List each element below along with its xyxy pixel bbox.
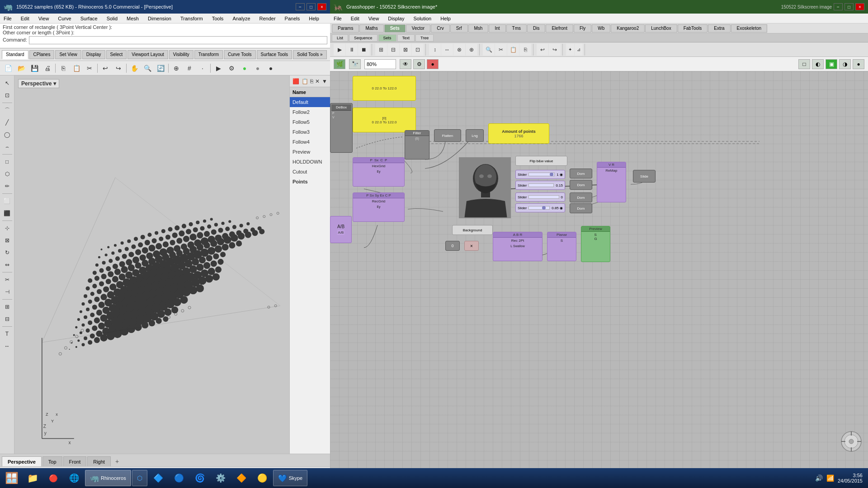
menu-dimension[interactable]: Dimension [146,14,173,23]
gh-node-rec2pt[interactable]: A B R Rec 2Pt L Swallow [493,232,542,261]
gh-icon-13[interactable]: ✂ [495,44,507,56]
color-icon[interactable]: 🟥 [292,78,299,84]
gh-slider3-track[interactable] [528,195,559,199]
gh-icon-5[interactable]: ⊟ [387,44,399,56]
gh-icon-filter[interactable]: ⊿ [575,44,583,56]
rhino-viewport[interactable]: Perspective ▾ Z Y x [14,75,289,454]
gh-minimize-button[interactable]: − [834,3,843,10]
panel-menu-icon[interactable]: ▼ [322,78,327,84]
taskbar-icon-blue[interactable]: 🔷 [148,469,168,487]
menu-surface[interactable]: Surface [79,14,99,23]
gh-red-button[interactable]: ● [427,59,439,69]
menu-analyze[interactable]: Analyze [231,14,252,23]
gh-tab-params[interactable]: Params [332,24,359,33]
gh-tab-tms[interactable]: Tms [506,24,527,33]
gh-zoom-out-button[interactable]: 🌿 [334,59,345,69]
viewport-tab-front[interactable]: Front [63,456,87,466]
gh-tab-maths[interactable]: Maths [359,24,383,33]
gh-node-hexgrid[interactable]: P Sx C P HexGrid Ey [353,157,405,187]
gh-slider-1[interactable]: Slider 1 ◉ [515,170,565,179]
taskbar-icon-network[interactable]: 🌐 [64,469,84,487]
gh-tab-int[interactable]: Int [489,24,505,33]
freeform-icon[interactable]: ✏ [1,180,13,192]
gh-icon-7[interactable]: ⊡ [412,44,424,56]
line-tool-icon[interactable]: ╱ [1,117,13,128]
gh-slider4-handle[interactable] [542,206,546,210]
rect-tool-icon[interactable]: □ [1,156,13,168]
gh-menu-view[interactable]: View [367,14,381,23]
gh-menu-edit[interactable]: Edit [349,14,361,23]
toolbar-tab-transform[interactable]: Transform [194,50,223,59]
gh-node-planar[interactable]: Planar S [547,232,576,261]
gh-icon-8[interactable]: ↕ [429,44,441,56]
gh-node-amount-points[interactable]: Amount of points 1766 [488,123,549,144]
rotate-tool-icon[interactable]: ↻ [1,247,13,258]
layer-item-holddown[interactable]: HOLDDOWN [290,157,330,167]
gh-node-yellow2[interactable]: [0] 0 22.0 To 122.0 [353,108,416,132]
trim-icon[interactable]: ✂ [1,274,13,286]
gh-slider2-track[interactable] [528,183,554,187]
gh-slider1-handle[interactable] [550,173,553,176]
gh-node-debox[interactable]: DeBox P V [330,103,353,153]
gh-icon-11[interactable]: ⊕ [466,44,477,56]
taskbar-icon-orange[interactable]: 🔶 [231,469,251,487]
toolbar-tab-display[interactable]: Display [82,50,105,59]
gh-sub-tab-list[interactable]: List [332,34,348,42]
light-gray-icon[interactable]: ● [251,62,264,74]
light-dark-icon[interactable]: ● [264,62,277,74]
gh-icon-16[interactable]: ↩ [537,44,548,56]
gh-node-preview[interactable]: Preview S G [581,226,610,262]
gh-tab-dis[interactable]: Dis [527,24,545,33]
gh-menu-solution[interactable]: Solution [411,14,433,23]
gh-node-dom1[interactable]: Dom [570,169,592,178]
menu-edit[interactable]: Edit [19,14,31,23]
toolbar-tab-visibility[interactable]: Visibility [169,50,193,59]
toolbar-tab-surface-tools[interactable]: Surface Tools [257,50,292,59]
gh-icon-15[interactable]: ⎘ [519,44,531,56]
snap-icon[interactable]: ⊕ [170,62,183,74]
gh-portrait-node[interactable] [459,157,511,218]
viewport-tab-right[interactable]: Right [87,456,111,466]
menu-file[interactable]: File [2,14,14,23]
gh-tab-sets[interactable]: Sets [384,24,406,33]
gh-tab-fabtools[interactable]: FabTools [678,24,708,33]
gh-menu-file[interactable]: File [332,14,344,23]
scale-icon[interactable]: ⊠ [1,235,13,246]
gh-icon-14[interactable]: 📋 [507,44,519,56]
gh-view-button-3[interactable]: ▣ [826,59,837,69]
gh-sub-tab-sequence[interactable]: Sequence [349,34,377,42]
layer-item-follow2[interactable]: Follow2 [290,107,330,117]
gh-view-button-2[interactable]: ◐ [812,59,824,69]
mirror-icon[interactable]: ⇔ [1,259,13,271]
layer-item-follow5[interactable]: Follow5 [290,117,330,127]
gh-icon-3[interactable]: ⏹ [358,44,370,56]
taskbar-icon-browser2[interactable]: 🌀 [190,469,210,487]
gh-tab-fly[interactable]: Fly [574,24,591,33]
menu-solid[interactable]: Solid [105,14,119,23]
gh-tab-elefront[interactable]: Elefront [546,24,573,33]
named-views-icon[interactable]: ⊟ [1,313,13,325]
menu-transform[interactable]: Transform [179,14,205,23]
menu-tools[interactable]: Tools [210,14,226,23]
gh-node-dom2[interactable]: Dom [570,180,592,190]
viewport-tab-perspective[interactable]: Perspective [2,456,42,466]
gh-tab-extra[interactable]: Extra [708,24,730,33]
menu-mesh[interactable]: Mesh [125,14,141,23]
toolbar-tab-standard[interactable]: Standard [2,50,28,59]
gh-node-flatten[interactable]: Flatten [434,129,461,142]
circle-tool-icon[interactable]: ◯ [1,129,13,141]
rhino-minimize-button[interactable]: − [296,3,305,10]
gh-view-button-1[interactable]: □ [798,59,810,69]
dim-icon[interactable]: ↔ [1,340,13,352]
toolbar-tab-curve-tools[interactable]: Curve Tools [224,50,256,59]
menu-help[interactable]: Help [307,14,321,23]
gh-slider4-track[interactable] [528,206,550,210]
taskbar-app-skype[interactable]: 💙 Skype [273,470,308,486]
menu-render[interactable]: Render [258,14,278,23]
toolbar-tab-solid-tools[interactable]: Solid Tools » [293,50,327,59]
gh-node-lng[interactable]: Lng [466,129,484,142]
gh-config-button[interactable]: ⚙ [413,59,425,69]
extend-icon[interactable]: ⊣ [1,286,13,298]
menu-curve[interactable]: Curve [56,14,73,23]
command-input[interactable] [29,36,327,44]
